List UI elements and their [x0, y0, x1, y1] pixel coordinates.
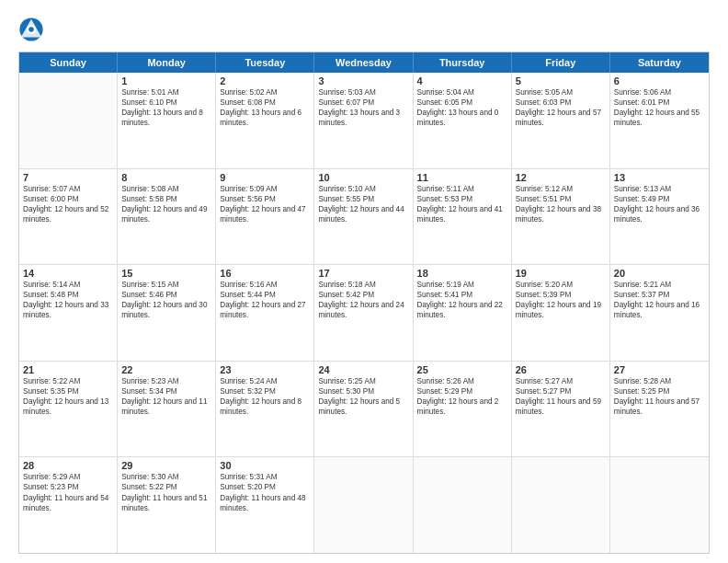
day-cell-18: 18Sunrise: 5:19 AMSunset: 5:41 PMDayligh…	[414, 265, 512, 361]
cell-info: Sunrise: 5:15 AMSunset: 5:46 PMDaylight:…	[121, 280, 211, 320]
day-number: 14	[23, 268, 113, 279]
day-number: 6	[614, 75, 705, 86]
cell-info: Sunrise: 5:27 AMSunset: 5:27 PMDaylight:…	[516, 376, 606, 417]
cell-info: Sunrise: 5:28 AMSunset: 5:25 PMDaylight:…	[614, 376, 705, 417]
weekday-header-monday: Monday	[118, 52, 216, 73]
cell-info: Sunrise: 5:11 AMSunset: 5:53 PMDaylight:…	[417, 184, 507, 224]
day-number: 4	[417, 75, 507, 86]
cell-info: Sunrise: 5:31 AMSunset: 5:20 PMDaylight:…	[220, 472, 310, 512]
day-cell-21: 21Sunrise: 5:22 AMSunset: 5:35 PMDayligh…	[19, 362, 118, 457]
calendar-row-3: 14Sunrise: 5:14 AMSunset: 5:48 PMDayligh…	[19, 265, 709, 362]
svg-point-3	[28, 27, 34, 32]
cell-info: Sunrise: 5:04 AMSunset: 6:05 PMDaylight:…	[417, 87, 507, 128]
day-number: 20	[614, 268, 705, 279]
calendar-header: SundayMondayTuesdayWednesdayThursdayFrid…	[19, 52, 709, 73]
empty-cell-r4c5	[512, 457, 610, 553]
cell-info: Sunrise: 5:06 AMSunset: 6:01 PMDaylight:…	[614, 87, 705, 128]
day-number: 30	[220, 460, 310, 471]
day-cell-11: 11Sunrise: 5:11 AMSunset: 5:53 PMDayligh…	[414, 169, 512, 265]
day-cell-22: 22Sunrise: 5:23 AMSunset: 5:34 PMDayligh…	[118, 362, 216, 457]
day-number: 5	[516, 75, 606, 86]
cell-info: Sunrise: 5:22 AMSunset: 5:35 PMDaylight:…	[23, 376, 113, 417]
cell-info: Sunrise: 5:19 AMSunset: 5:41 PMDaylight:…	[417, 280, 507, 320]
cell-info: Sunrise: 5:25 AMSunset: 5:30 PMDaylight:…	[318, 376, 408, 417]
day-cell-24: 24Sunrise: 5:25 AMSunset: 5:30 PMDayligh…	[314, 362, 413, 457]
cell-info: Sunrise: 5:08 AMSunset: 5:58 PMDaylight:…	[121, 184, 211, 224]
cell-info: Sunrise: 5:21 AMSunset: 5:37 PMDaylight:…	[614, 280, 705, 320]
calendar-row-4: 21Sunrise: 5:22 AMSunset: 5:35 PMDayligh…	[19, 362, 709, 458]
day-number: 25	[417, 364, 507, 375]
day-cell-15: 15Sunrise: 5:15 AMSunset: 5:46 PMDayligh…	[118, 265, 216, 361]
day-number: 15	[121, 268, 211, 279]
day-number: 3	[318, 75, 408, 86]
cell-info: Sunrise: 5:18 AMSunset: 5:42 PMDaylight:…	[318, 280, 408, 320]
cell-info: Sunrise: 5:26 AMSunset: 5:29 PMDaylight:…	[417, 376, 507, 417]
day-number: 27	[614, 364, 705, 375]
day-cell-9: 9Sunrise: 5:09 AMSunset: 5:56 PMDaylight…	[216, 169, 314, 265]
day-cell-29: 29Sunrise: 5:30 AMSunset: 5:22 PMDayligh…	[118, 457, 216, 553]
day-number: 9	[220, 172, 310, 183]
day-cell-7: 7Sunrise: 5:07 AMSunset: 6:00 PMDaylight…	[19, 169, 118, 265]
cell-info: Sunrise: 5:05 AMSunset: 6:03 PMDaylight:…	[516, 87, 606, 128]
calendar-row-5: 28Sunrise: 5:29 AMSunset: 5:23 PMDayligh…	[19, 457, 709, 553]
cell-info: Sunrise: 5:03 AMSunset: 6:07 PMDaylight:…	[318, 87, 408, 128]
cell-info: Sunrise: 5:14 AMSunset: 5:48 PMDaylight:…	[23, 280, 113, 320]
day-cell-17: 17Sunrise: 5:18 AMSunset: 5:42 PMDayligh…	[314, 265, 413, 361]
day-cell-26: 26Sunrise: 5:27 AMSunset: 5:27 PMDayligh…	[512, 362, 610, 457]
calendar-body: 1Sunrise: 5:01 AMSunset: 6:10 PMDaylight…	[19, 73, 709, 553]
logo-icon	[18, 17, 44, 42]
cell-info: Sunrise: 5:10 AMSunset: 5:55 PMDaylight:…	[318, 184, 408, 224]
logo	[18, 17, 48, 42]
day-cell-5: 5Sunrise: 5:05 AMSunset: 6:03 PMDaylight…	[512, 73, 610, 168]
cell-info: Sunrise: 5:12 AMSunset: 5:51 PMDaylight:…	[516, 184, 606, 224]
cell-info: Sunrise: 5:30 AMSunset: 5:22 PMDaylight:…	[121, 472, 211, 512]
weekday-header-wednesday: Wednesday	[314, 52, 413, 73]
day-number: 24	[318, 364, 408, 375]
day-cell-28: 28Sunrise: 5:29 AMSunset: 5:23 PMDayligh…	[19, 457, 118, 553]
empty-cell-r4c3	[314, 457, 413, 553]
day-number: 18	[417, 268, 507, 279]
cell-info: Sunrise: 5:16 AMSunset: 5:44 PMDaylight:…	[220, 280, 310, 320]
day-cell-30: 30Sunrise: 5:31 AMSunset: 5:20 PMDayligh…	[216, 457, 314, 553]
day-cell-4: 4Sunrise: 5:04 AMSunset: 6:05 PMDaylight…	[414, 73, 512, 168]
empty-cell-r4c4	[414, 457, 512, 553]
empty-cell-r4c6	[610, 457, 709, 553]
day-number: 17	[318, 268, 408, 279]
day-cell-19: 19Sunrise: 5:20 AMSunset: 5:39 PMDayligh…	[512, 265, 610, 361]
weekday-header-sunday: Sunday	[19, 52, 118, 73]
day-number: 23	[220, 364, 310, 375]
day-number: 21	[23, 364, 113, 375]
page: SundayMondayTuesdayWednesdayThursdayFrid…	[0, 0, 728, 563]
cell-info: Sunrise: 5:02 AMSunset: 6:08 PMDaylight:…	[220, 87, 310, 128]
day-number: 1	[121, 75, 211, 86]
day-number: 16	[220, 268, 310, 279]
cell-info: Sunrise: 5:13 AMSunset: 5:49 PMDaylight:…	[614, 184, 705, 224]
calendar-row-2: 7Sunrise: 5:07 AMSunset: 6:00 PMDaylight…	[19, 169, 709, 266]
day-cell-13: 13Sunrise: 5:13 AMSunset: 5:49 PMDayligh…	[610, 169, 709, 265]
weekday-header-friday: Friday	[512, 52, 610, 73]
calendar: SundayMondayTuesdayWednesdayThursdayFrid…	[18, 52, 710, 554]
cell-info: Sunrise: 5:29 AMSunset: 5:23 PMDaylight:…	[23, 472, 113, 512]
cell-info: Sunrise: 5:09 AMSunset: 5:56 PMDaylight:…	[220, 184, 310, 224]
day-cell-25: 25Sunrise: 5:26 AMSunset: 5:29 PMDayligh…	[414, 362, 512, 457]
empty-cell-r0c0	[19, 73, 118, 168]
day-number: 10	[318, 172, 408, 183]
day-cell-1: 1Sunrise: 5:01 AMSunset: 6:10 PMDaylight…	[118, 73, 216, 168]
day-cell-10: 10Sunrise: 5:10 AMSunset: 5:55 PMDayligh…	[314, 169, 413, 265]
day-number: 12	[516, 172, 606, 183]
cell-info: Sunrise: 5:01 AMSunset: 6:10 PMDaylight:…	[121, 87, 211, 128]
day-number: 7	[23, 172, 113, 183]
day-number: 29	[121, 460, 211, 471]
cell-info: Sunrise: 5:24 AMSunset: 5:32 PMDaylight:…	[220, 376, 310, 417]
cell-info: Sunrise: 5:07 AMSunset: 6:00 PMDaylight:…	[23, 184, 113, 224]
day-number: 28	[23, 460, 113, 471]
weekday-header-tuesday: Tuesday	[216, 52, 314, 73]
day-cell-2: 2Sunrise: 5:02 AMSunset: 6:08 PMDaylight…	[216, 73, 314, 168]
cell-info: Sunrise: 5:23 AMSunset: 5:34 PMDaylight:…	[121, 376, 211, 417]
day-cell-12: 12Sunrise: 5:12 AMSunset: 5:51 PMDayligh…	[512, 169, 610, 265]
day-cell-16: 16Sunrise: 5:16 AMSunset: 5:44 PMDayligh…	[216, 265, 314, 361]
day-cell-6: 6Sunrise: 5:06 AMSunset: 6:01 PMDaylight…	[610, 73, 709, 168]
day-cell-14: 14Sunrise: 5:14 AMSunset: 5:48 PMDayligh…	[19, 265, 118, 361]
day-cell-20: 20Sunrise: 5:21 AMSunset: 5:37 PMDayligh…	[610, 265, 709, 361]
day-number: 2	[220, 75, 310, 86]
